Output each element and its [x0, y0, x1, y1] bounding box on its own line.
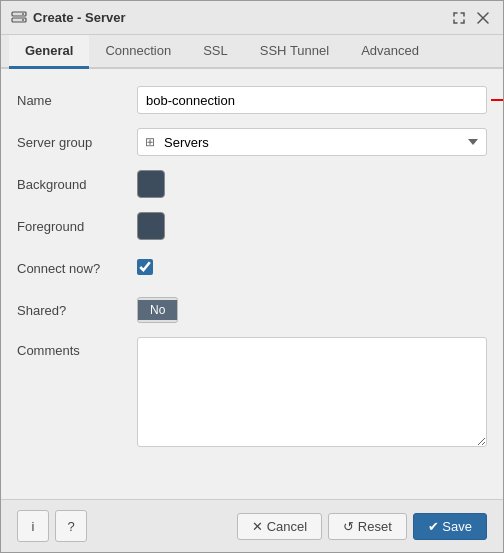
tabs-bar: General Connection SSL SSH Tunnel Advanc…: [1, 35, 503, 69]
help-button[interactable]: ?: [55, 510, 87, 542]
server-group-control: ⊞ Servers: [137, 128, 487, 156]
tab-general[interactable]: General: [9, 35, 89, 69]
svg-point-2: [22, 13, 24, 15]
tab-ssh-tunnel[interactable]: SSH Tunnel: [244, 35, 345, 69]
connect-now-control: [137, 259, 487, 278]
shared-control: No: [137, 297, 487, 323]
shared-toggle: No: [137, 297, 178, 323]
server-group-row: Server group ⊞ Servers: [17, 127, 487, 157]
tab-ssl[interactable]: SSL: [187, 35, 244, 69]
footer-left: i ?: [17, 510, 87, 542]
server-group-select[interactable]: Servers: [137, 128, 487, 156]
name-field-wrapper: [137, 86, 487, 114]
connect-now-row: Connect now?: [17, 253, 487, 283]
maximize-button[interactable]: [449, 8, 469, 28]
background-label: Background: [17, 177, 137, 192]
close-button[interactable]: [473, 8, 493, 28]
comments-control: [137, 337, 487, 450]
info-button[interactable]: i: [17, 510, 49, 542]
footer-right: ✕ Cancel ↺ Reset ✔ Save: [237, 513, 487, 540]
foreground-row: Foreground: [17, 211, 487, 241]
background-row: Background: [17, 169, 487, 199]
tab-connection[interactable]: Connection: [89, 35, 187, 69]
footer: i ? ✕ Cancel ↺ Reset ✔ Save: [1, 499, 503, 552]
title-actions: [449, 8, 493, 28]
foreground-control: [137, 212, 487, 240]
save-button[interactable]: ✔ Save: [413, 513, 487, 540]
foreground-label: Foreground: [17, 219, 137, 234]
title-left: Create - Server: [11, 10, 126, 26]
shared-label: Shared?: [17, 303, 137, 318]
shared-row: Shared? No: [17, 295, 487, 325]
connect-now-checkbox[interactable]: [137, 259, 153, 275]
name-input[interactable]: [137, 86, 487, 114]
tab-advanced[interactable]: Advanced: [345, 35, 435, 69]
form-content: Name Server group ⊞ Servers: [1, 69, 503, 499]
svg-point-3: [22, 19, 24, 21]
connect-now-label: Connect now?: [17, 261, 137, 276]
reset-button[interactable]: ↺ Reset: [328, 513, 407, 540]
server-group-select-wrapper: ⊞ Servers: [137, 128, 487, 156]
comments-row: Comments: [17, 337, 487, 450]
comments-textarea[interactable]: [137, 337, 487, 447]
arrow-line: [491, 99, 503, 101]
title-bar: Create - Server: [1, 1, 503, 35]
name-label: Name: [17, 93, 137, 108]
arrow-annotation: [491, 94, 503, 106]
create-server-dialog: Create - Server General Connection SSL S…: [0, 0, 504, 553]
foreground-color-swatch[interactable]: [137, 212, 165, 240]
comments-label: Comments: [17, 337, 137, 358]
server-icon: [11, 10, 27, 26]
background-color-swatch[interactable]: [137, 170, 165, 198]
shared-toggle-no[interactable]: No: [138, 300, 177, 320]
background-control: [137, 170, 487, 198]
cancel-button[interactable]: ✕ Cancel: [237, 513, 322, 540]
dialog-title: Create - Server: [33, 10, 126, 25]
server-group-label: Server group: [17, 135, 137, 150]
name-row: Name: [17, 85, 487, 115]
